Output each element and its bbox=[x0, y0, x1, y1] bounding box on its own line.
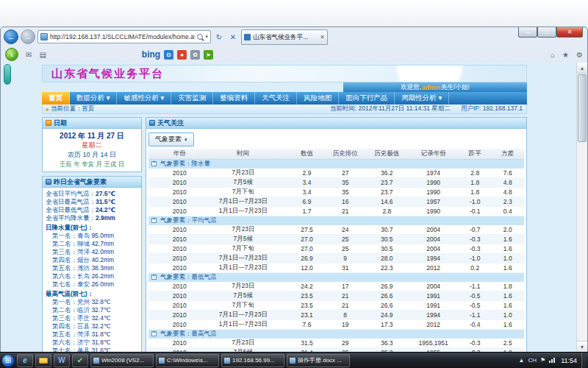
table-row: 20101月1日—7月23日1.7212.81990-0.10.4 bbox=[148, 206, 524, 216]
taskbar-button[interactable]: 192.168.56.99... bbox=[221, 354, 284, 367]
station-value: 40.2mm bbox=[91, 256, 114, 263]
taskbar-button[interactable]: 操作手册.docx ... bbox=[287, 354, 350, 367]
scroll-up-arrow[interactable]: ▲ bbox=[577, 63, 587, 74]
window-icon bbox=[290, 358, 295, 364]
table-cell: 7月23日 bbox=[198, 225, 289, 235]
row-spacer-cell bbox=[148, 319, 162, 329]
expand-icon[interactable] bbox=[151, 161, 157, 166]
favorites-star-icon[interactable]: ★ bbox=[562, 51, 569, 59]
table-cell: -0.1 bbox=[459, 206, 491, 216]
browser-tab[interactable]: 山东省气候业务平... ✕ bbox=[241, 29, 328, 45]
table-head: 年份时间数值历史排位历史极值记录年份距平方差 bbox=[148, 149, 524, 159]
scrollbar-thumb[interactable] bbox=[578, 74, 587, 142]
network-icon[interactable] bbox=[549, 358, 555, 363]
taskbar-ie-icon[interactable]: e bbox=[17, 354, 33, 367]
rank-item: 第五名：菏泽 31.8℃ bbox=[46, 330, 138, 339]
taskbar-app-icon[interactable]: ✔ bbox=[72, 354, 88, 367]
browser-forward-button[interactable]: → bbox=[21, 29, 35, 44]
browser-back-button[interactable]: ← bbox=[4, 29, 18, 44]
table-section-row[interactable]: 气象要素：最低气温 bbox=[148, 272, 524, 282]
stop-button[interactable]: ✕ bbox=[227, 31, 239, 43]
table-cell: 2010 bbox=[162, 339, 198, 348]
table-cell: 2010 bbox=[162, 187, 198, 197]
bing-logo[interactable]: bing bbox=[142, 49, 160, 60]
window-controls: — □ ✕ bbox=[518, 26, 583, 38]
maximize-button[interactable]: □ bbox=[537, 26, 556, 38]
toolbar-app-icon-2[interactable]: ● bbox=[177, 50, 187, 60]
table-cell: 7月下旬 bbox=[198, 300, 289, 310]
station-name: 兖州 bbox=[77, 298, 91, 305]
table-cell: 35 bbox=[325, 177, 366, 187]
search-icon[interactable] bbox=[197, 34, 203, 40]
nav-item-sensitivity-analysis[interactable]: 敏感性分析 ▾ bbox=[117, 92, 171, 105]
vertical-scrollbar[interactable]: ▲ ▼ bbox=[576, 63, 587, 352]
close-button[interactable]: ✕ bbox=[556, 26, 583, 38]
table-section-row[interactable]: 气象要素：降水量 bbox=[148, 159, 524, 169]
address-bar[interactable]: http://192.168.137.1/SLCCLIMATE/modulex/… bbox=[37, 30, 211, 43]
lunar-date: 农历 10 月 14 日 bbox=[46, 150, 138, 160]
table-cell: -1.0 bbox=[459, 253, 491, 263]
tab-close-icon[interactable]: ✕ bbox=[320, 34, 325, 40]
nav-item-periodic-analysis[interactable]: 周期性分析 ▾ bbox=[395, 92, 449, 105]
clock[interactable]: 11:54 bbox=[559, 357, 579, 364]
show-desktop-button[interactable] bbox=[581, 353, 587, 368]
tray-expand-icon[interactable]: ▲ bbox=[518, 357, 524, 364]
mail-icon[interactable]: ✉ bbox=[26, 51, 32, 59]
table-cell: 2004 bbox=[408, 282, 459, 291]
table-cell: 1.0 bbox=[491, 253, 524, 263]
home-icon[interactable]: ⌂ bbox=[551, 51, 555, 59]
table-section-row[interactable]: 气象要素：平均气温 bbox=[148, 216, 524, 225]
weekday: 星期二 bbox=[46, 141, 138, 150]
rank-label: 第一名： bbox=[52, 298, 77, 305]
site-title: 山东省气候业务平台 bbox=[51, 67, 164, 81]
element-filter-button[interactable]: 气象要素 ▾ bbox=[148, 132, 194, 146]
nav-item-downstream-products[interactable]: 面向下行产品 bbox=[339, 92, 395, 105]
tools-gear-icon[interactable]: ⚙ bbox=[576, 51, 583, 59]
table-cell: 7月23日 bbox=[198, 339, 289, 348]
scroll-down-arrow[interactable]: ▼ bbox=[577, 341, 587, 352]
taskbar-word-icon[interactable]: W bbox=[54, 354, 70, 367]
language-indicator[interactable]: CH bbox=[528, 357, 537, 364]
table-header-row: 年份时间数值历史排位历史极值记录年份距平方差 bbox=[148, 149, 524, 159]
nav-item-weather-focus[interactable]: 天气关注 bbox=[255, 92, 297, 105]
table-cell: 2.5 bbox=[491, 339, 524, 348]
column-header: 方差 bbox=[491, 149, 524, 159]
station-value: 31.6℃ bbox=[91, 347, 110, 352]
table-section-row[interactable]: 气象要素：最高气温 bbox=[148, 329, 524, 339]
taskbar-explorer-icon[interactable] bbox=[35, 354, 51, 367]
taskbar-button[interactable]: C:\Windows\s... bbox=[156, 354, 219, 367]
taskbar-button[interactable]: Win2008 (VS2... bbox=[90, 354, 154, 367]
print-icon[interactable]: ▤ bbox=[39, 51, 46, 59]
table-cell: 1994 bbox=[408, 310, 459, 319]
nav-item-data-analysis[interactable]: 数据分析 ▾ bbox=[70, 92, 117, 105]
row-spacer-cell bbox=[148, 263, 162, 272]
taskbar-buttons: Win2008 (VS2...C:\Windows\s...192.168.56… bbox=[90, 354, 350, 367]
rank-item: 第七名：单县 31.6℃ bbox=[46, 347, 138, 352]
sidebar-toggle-handle[interactable] bbox=[4, 64, 11, 85]
nav-item-disaster-monitor[interactable]: 灾害监测 bbox=[171, 92, 213, 105]
refresh-button[interactable]: ↻ bbox=[213, 31, 225, 43]
start-button[interactable]: ⊞ bbox=[1, 354, 15, 367]
station-value: 31.8℃ bbox=[91, 330, 110, 338]
minimize-button[interactable]: — bbox=[518, 26, 537, 38]
nav-item-risk-map[interactable]: 风险地图 bbox=[297, 92, 339, 105]
expand-icon[interactable] bbox=[151, 331, 157, 336]
accelerator-back-orb[interactable]: ‹ bbox=[5, 48, 18, 61]
expand-icon[interactable] bbox=[151, 218, 157, 223]
welcome-suffix: 先生/小姐! bbox=[441, 83, 470, 92]
address-dropdown-icon[interactable]: ▾ bbox=[205, 34, 208, 40]
toolbar-app-icon-3[interactable]: ✿ bbox=[190, 50, 200, 60]
tab-title: 山东省气候业务平... bbox=[253, 33, 318, 42]
toolbar-app-icon-1[interactable]: D bbox=[164, 50, 173, 60]
toolbar-app-icon-4[interactable]: ➤ bbox=[204, 50, 213, 60]
table-cell: 7月1日—7月23日 bbox=[198, 197, 289, 206]
nav-item-home[interactable]: 首页 bbox=[42, 92, 70, 105]
table-cell: 21 bbox=[325, 206, 366, 216]
table-row: 20101月1日—7月23日7.61917.32012-0.41.6 bbox=[148, 319, 524, 329]
element-summary: 全省日平均气温：27.5℃全省日最高气温：31.5℃全省日最低气温：24.2℃全… bbox=[46, 190, 138, 222]
expand-icon[interactable] bbox=[151, 275, 157, 280]
row-spacer-cell bbox=[148, 291, 162, 300]
summary-line: 全省平均降水量：2.9mm bbox=[46, 214, 138, 222]
flag-icon[interactable]: ⚑ bbox=[540, 357, 545, 364]
nav-item-archive-data[interactable]: 整编资料 bbox=[213, 92, 255, 105]
